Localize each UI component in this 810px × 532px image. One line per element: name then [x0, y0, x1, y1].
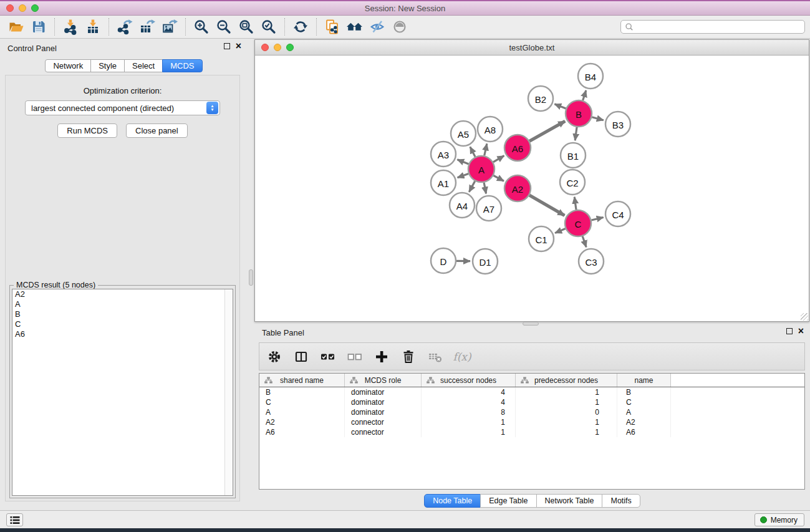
graph-edge-A-A4[interactable] [469, 181, 475, 191]
graph-edge-A-A1[interactable] [458, 173, 469, 177]
graph-node-C3[interactable]: C3 [579, 249, 604, 274]
tab-network-table[interactable]: Network Table [536, 494, 603, 508]
graph-node-A8[interactable]: A8 [478, 117, 503, 142]
table-cell[interactable]: connector [345, 417, 422, 427]
graph-edge-C-C4[interactable] [591, 217, 603, 220]
import-network-icon[interactable] [59, 17, 82, 37]
graph-edge-A6-B[interactable] [529, 121, 565, 141]
close-panel-button[interactable]: Close panel [126, 123, 188, 138]
graph-node-A4[interactable]: A4 [450, 193, 475, 218]
table-cell[interactable]: 1 [516, 387, 617, 397]
table-row[interactable]: Adominator80A [259, 407, 804, 417]
tab-style[interactable]: Style [90, 59, 125, 72]
delete-column-icon[interactable] [401, 349, 416, 364]
optimization-criterion-dropdown[interactable]: largest connected component (directed) ▲… [25, 100, 220, 115]
show-visibility-icon[interactable] [388, 17, 411, 37]
duplicate-network-icon[interactable] [321, 17, 344, 37]
tab-motifs[interactable]: Motifs [602, 494, 640, 508]
graph-edge-B-B2[interactable] [554, 104, 566, 109]
table-cell[interactable]: 1 [422, 417, 516, 427]
table-cell[interactable]: connector [345, 427, 422, 437]
table-cell[interactable]: C [617, 397, 671, 407]
close-panel-icon[interactable]: × [236, 43, 241, 49]
mcds-result-item[interactable]: A [12, 299, 233, 309]
float-panel-icon[interactable] [224, 43, 230, 49]
graph-node-A2[interactable]: A2 [504, 175, 531, 201]
graph-edge-B-B4[interactable] [583, 90, 586, 100]
add-column-icon[interactable] [374, 349, 389, 364]
table-cell[interactable]: dominator [345, 407, 422, 417]
mcds-result-item[interactable]: A2 [12, 289, 233, 299]
tab-network[interactable]: Network [45, 59, 91, 72]
column-header-name[interactable]: name [617, 374, 671, 387]
table-row[interactable]: Bdominator41B [259, 387, 804, 397]
network-graph[interactable]: B4B2BB3A8A5A6A3B1AA1C2A2A4A7C4CC1C3DD1 [255, 56, 809, 322]
refresh-icon[interactable] [289, 17, 312, 37]
table-cell[interactable]: A6 [617, 427, 671, 437]
graph-node-A6[interactable]: A6 [504, 135, 531, 161]
graph-node-A5[interactable]: A5 [451, 121, 476, 146]
window-resize-grip[interactable] [801, 313, 808, 321]
graph-node-A7[interactable]: A7 [476, 196, 501, 221]
select-all-checkboxes-icon[interactable] [321, 349, 335, 364]
graph-edge-B-B3[interactable] [592, 117, 604, 120]
graph-edge-C-C1[interactable] [555, 229, 566, 233]
graph-edge-A-A5[interactable] [470, 147, 475, 157]
table-cell[interactable]: A [259, 407, 345, 417]
export-network-icon[interactable] [113, 17, 136, 37]
zoom-fit-icon[interactable] [235, 17, 258, 37]
save-icon[interactable] [27, 17, 50, 37]
mcds-result-scrollbar[interactable] [224, 289, 233, 495]
close-table-panel-icon[interactable]: × [798, 328, 804, 334]
table-cell[interactable]: 8 [422, 407, 516, 417]
float-table-panel-icon[interactable] [786, 328, 793, 334]
graph-node-B[interactable]: B [566, 100, 592, 127]
zoom-out-icon[interactable] [213, 17, 235, 37]
network-canvas[interactable]: B4B2BB3A8A5A6A3B1AA1C2A2A4A7C4CC1C3DD1 [255, 56, 809, 321]
table-cell[interactable]: 1 [516, 427, 617, 437]
table-cell[interactable]: 1 [422, 427, 516, 437]
table-cell[interactable]: A2 [617, 417, 671, 427]
tab-mcds[interactable]: MCDS [162, 59, 202, 72]
table-row[interactable]: A2connector11A2 [259, 417, 804, 427]
graph-node-C[interactable]: C [565, 210, 591, 236]
graph-node-C2[interactable]: C2 [560, 170, 585, 195]
tab-node-table[interactable]: Node Table [424, 494, 481, 508]
import-table-icon[interactable] [82, 17, 104, 37]
graph-node-A3[interactable]: A3 [431, 142, 456, 167]
table-row[interactable]: A6connector11A6 [259, 427, 804, 437]
graph-node-B1[interactable]: B1 [561, 143, 586, 168]
deselect-all-checkboxes-icon[interactable] [347, 349, 362, 364]
table-cell[interactable]: B [617, 387, 671, 397]
table-cell[interactable]: C [259, 397, 345, 407]
table-cell[interactable]: 0 [516, 407, 617, 417]
table-cell[interactable]: A6 [259, 427, 345, 437]
table-cell[interactable]: 4 [422, 387, 516, 397]
graph-edge-A-A3[interactable] [457, 160, 468, 164]
graph-edge-A2-C[interactable] [529, 195, 564, 216]
column-header-shared-name[interactable]: shared name [259, 374, 345, 387]
gear-icon[interactable] [267, 349, 282, 364]
graph-node-B4[interactable]: B4 [578, 64, 603, 89]
graph-edge-A-A2[interactable] [493, 175, 504, 181]
graph-node-D1[interactable]: D1 [473, 249, 498, 274]
graph-node-D[interactable]: D [431, 248, 456, 273]
search-field[interactable] [620, 20, 805, 34]
open-folder-icon[interactable] [5, 17, 27, 37]
memory-button[interactable]: Memory [755, 513, 804, 526]
table-cell[interactable]: A [617, 407, 671, 417]
search-input[interactable] [636, 22, 801, 31]
tab-select[interactable]: Select [124, 59, 163, 72]
graph-node-B3[interactable]: B3 [605, 112, 630, 137]
table-cell[interactable]: dominator [345, 387, 422, 397]
table-cell[interactable]: B [259, 387, 345, 397]
mcds-result-item[interactable]: C [12, 319, 233, 329]
table-cell[interactable]: 1 [516, 417, 617, 427]
table-cell[interactable]: A2 [259, 417, 345, 427]
hide-visibility-icon[interactable] [366, 17, 388, 37]
column-header-MCDS-role[interactable]: MCDS role [345, 374, 422, 387]
graph-edge-C-C2[interactable] [574, 197, 576, 210]
table-cell[interactable]: 1 [516, 397, 617, 407]
zoom-in-icon[interactable] [190, 17, 213, 37]
graph-node-C1[interactable]: C1 [529, 226, 554, 251]
